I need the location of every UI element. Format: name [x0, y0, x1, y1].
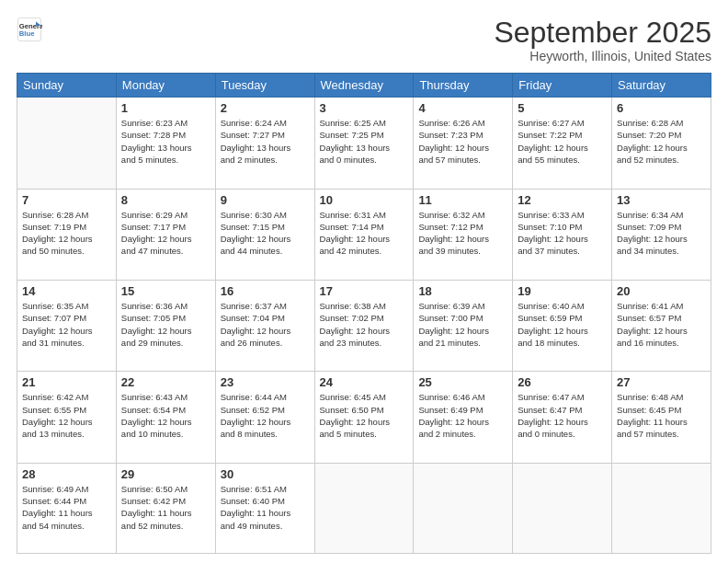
calendar-cell: 4Sunrise: 6:26 AMSunset: 7:23 PMDaylight… [414, 98, 513, 189]
calendar-cell: 11Sunrise: 6:32 AMSunset: 7:12 PMDayligh… [414, 189, 513, 280]
calendar-cell: 25Sunrise: 6:46 AMSunset: 6:49 PMDayligh… [414, 372, 513, 463]
day-info: Sunrise: 6:51 AMSunset: 6:40 PMDaylight:… [221, 483, 310, 532]
day-info: Sunrise: 6:49 AMSunset: 6:44 PMDaylight:… [22, 483, 111, 532]
day-info: Sunrise: 6:40 AMSunset: 6:59 PMDaylight:… [518, 300, 607, 349]
day-info: Sunrise: 6:46 AMSunset: 6:49 PMDaylight:… [418, 391, 507, 440]
calendar-cell: 8Sunrise: 6:29 AMSunset: 7:17 PMDaylight… [116, 189, 215, 280]
day-info: Sunrise: 6:25 AMSunset: 7:25 PMDaylight:… [320, 117, 409, 166]
day-number: 21 [22, 375, 111, 389]
calendar-cell: 29Sunrise: 6:50 AMSunset: 6:42 PMDayligh… [116, 463, 215, 553]
day-number: 9 [221, 193, 310, 207]
calendar-cell: 12Sunrise: 6:33 AMSunset: 7:10 PMDayligh… [513, 189, 612, 280]
header-row: Sunday Monday Tuesday Wednesday Thursday… [17, 74, 711, 98]
calendar-cell: 30Sunrise: 6:51 AMSunset: 6:40 PMDayligh… [215, 463, 314, 553]
day-number: 8 [121, 193, 210, 207]
location-subtitle: Heyworth, Illinois, United States [494, 49, 711, 63]
day-info: Sunrise: 6:39 AMSunset: 7:00 PMDaylight:… [418, 300, 507, 349]
day-number: 18 [418, 284, 507, 298]
calendar-cell: 28Sunrise: 6:49 AMSunset: 6:44 PMDayligh… [17, 463, 117, 553]
calendar-cell: 13Sunrise: 6:34 AMSunset: 7:09 PMDayligh… [612, 189, 711, 280]
day-number: 20 [617, 284, 706, 298]
day-info: Sunrise: 6:24 AMSunset: 7:27 PMDaylight:… [221, 117, 310, 166]
day-number: 7 [22, 193, 111, 207]
calendar-cell: 2Sunrise: 6:24 AMSunset: 7:27 PMDaylight… [215, 98, 314, 189]
day-number: 6 [617, 101, 706, 115]
calendar-cell: 16Sunrise: 6:37 AMSunset: 7:04 PMDayligh… [215, 280, 314, 371]
calendar-cell: 18Sunrise: 6:39 AMSunset: 7:00 PMDayligh… [414, 280, 513, 371]
day-info: Sunrise: 6:28 AMSunset: 7:19 PMDaylight:… [22, 209, 111, 258]
day-number: 1 [121, 101, 210, 115]
calendar-cell: 6Sunrise: 6:28 AMSunset: 7:20 PMDaylight… [612, 98, 711, 189]
calendar-cell: 21Sunrise: 6:42 AMSunset: 6:55 PMDayligh… [17, 372, 117, 463]
day-number: 5 [518, 101, 607, 115]
calendar-cell: 27Sunrise: 6:48 AMSunset: 6:45 PMDayligh… [612, 372, 711, 463]
calendar-cell: 5Sunrise: 6:27 AMSunset: 7:22 PMDaylight… [513, 98, 612, 189]
day-number: 27 [617, 375, 706, 389]
calendar-cell [314, 463, 414, 553]
day-number: 26 [518, 375, 607, 389]
day-info: Sunrise: 6:43 AMSunset: 6:54 PMDaylight:… [121, 391, 210, 440]
day-info: Sunrise: 6:38 AMSunset: 7:02 PMDaylight:… [320, 300, 409, 349]
calendar-cell [414, 463, 513, 553]
calendar-cell: 10Sunrise: 6:31 AMSunset: 7:14 PMDayligh… [314, 189, 414, 280]
page: General Blue September 2025 Heyworth, Il… [0, 0, 728, 563]
calendar-cell: 26Sunrise: 6:47 AMSunset: 6:47 PMDayligh… [513, 372, 612, 463]
day-info: Sunrise: 6:50 AMSunset: 6:42 PMDaylight:… [121, 483, 210, 532]
day-number: 16 [221, 284, 310, 298]
day-number: 29 [121, 467, 210, 481]
calendar-cell: 14Sunrise: 6:35 AMSunset: 7:07 PMDayligh… [17, 280, 117, 371]
day-info: Sunrise: 6:33 AMSunset: 7:10 PMDaylight:… [518, 209, 607, 258]
day-number: 25 [418, 375, 507, 389]
day-number: 22 [121, 375, 210, 389]
day-info: Sunrise: 6:35 AMSunset: 7:07 PMDaylight:… [22, 300, 111, 349]
day-info: Sunrise: 6:41 AMSunset: 6:57 PMDaylight:… [617, 300, 706, 349]
col-saturday: Saturday [612, 74, 711, 98]
day-number: 19 [518, 284, 607, 298]
svg-text:Blue: Blue [19, 29, 35, 38]
calendar-cell: 15Sunrise: 6:36 AMSunset: 7:05 PMDayligh… [116, 280, 215, 371]
day-info: Sunrise: 6:29 AMSunset: 7:17 PMDaylight:… [121, 209, 210, 258]
col-friday: Friday [513, 74, 612, 98]
day-info: Sunrise: 6:37 AMSunset: 7:04 PMDaylight:… [221, 300, 310, 349]
day-info: Sunrise: 6:42 AMSunset: 6:55 PMDaylight:… [22, 391, 111, 440]
calendar-cell: 17Sunrise: 6:38 AMSunset: 7:02 PMDayligh… [314, 280, 414, 371]
day-info: Sunrise: 6:28 AMSunset: 7:20 PMDaylight:… [617, 117, 706, 166]
day-number: 13 [617, 193, 706, 207]
col-tuesday: Tuesday [215, 74, 314, 98]
day-number: 11 [418, 193, 507, 207]
day-info: Sunrise: 6:47 AMSunset: 6:47 PMDaylight:… [518, 391, 607, 440]
svg-text:General: General [19, 22, 42, 30]
calendar-cell: 19Sunrise: 6:40 AMSunset: 6:59 PMDayligh… [513, 280, 612, 371]
calendar-table: Sunday Monday Tuesday Wednesday Thursday… [17, 73, 711, 554]
day-info: Sunrise: 6:30 AMSunset: 7:15 PMDaylight:… [221, 209, 310, 258]
calendar-cell: 24Sunrise: 6:45 AMSunset: 6:50 PMDayligh… [314, 372, 414, 463]
col-sunday: Sunday [17, 74, 117, 98]
day-number: 17 [320, 284, 409, 298]
day-info: Sunrise: 6:36 AMSunset: 7:05 PMDaylight:… [121, 300, 210, 349]
calendar-cell [513, 463, 612, 553]
calendar-cell: 20Sunrise: 6:41 AMSunset: 6:57 PMDayligh… [612, 280, 711, 371]
day-number: 3 [320, 101, 409, 115]
month-year-title: September 2025 [494, 17, 711, 49]
day-number: 2 [221, 101, 310, 115]
day-info: Sunrise: 6:48 AMSunset: 6:45 PMDaylight:… [617, 391, 706, 440]
day-info: Sunrise: 6:34 AMSunset: 7:09 PMDaylight:… [617, 209, 706, 258]
calendar-cell: 22Sunrise: 6:43 AMSunset: 6:54 PMDayligh… [116, 372, 215, 463]
day-number: 30 [221, 467, 310, 481]
day-number: 24 [320, 375, 409, 389]
col-thursday: Thursday [414, 74, 513, 98]
day-info: Sunrise: 6:44 AMSunset: 6:52 PMDaylight:… [221, 391, 310, 440]
calendar-cell: 7Sunrise: 6:28 AMSunset: 7:19 PMDaylight… [17, 189, 117, 280]
calendar-cell: 1Sunrise: 6:23 AMSunset: 7:28 PMDaylight… [116, 98, 215, 189]
day-info: Sunrise: 6:26 AMSunset: 7:23 PMDaylight:… [418, 117, 507, 166]
day-number: 12 [518, 193, 607, 207]
day-number: 28 [22, 467, 111, 481]
day-number: 4 [418, 101, 507, 115]
calendar-cell [612, 463, 711, 553]
calendar-cell: 3Sunrise: 6:25 AMSunset: 7:25 PMDaylight… [314, 98, 414, 189]
day-info: Sunrise: 6:27 AMSunset: 7:22 PMDaylight:… [518, 117, 607, 166]
day-number: 14 [22, 284, 111, 298]
day-info: Sunrise: 6:32 AMSunset: 7:12 PMDaylight:… [418, 209, 507, 258]
title-block: September 2025 Heyworth, Illinois, Unite… [494, 17, 711, 63]
calendar-cell: 9Sunrise: 6:30 AMSunset: 7:15 PMDaylight… [215, 189, 314, 280]
